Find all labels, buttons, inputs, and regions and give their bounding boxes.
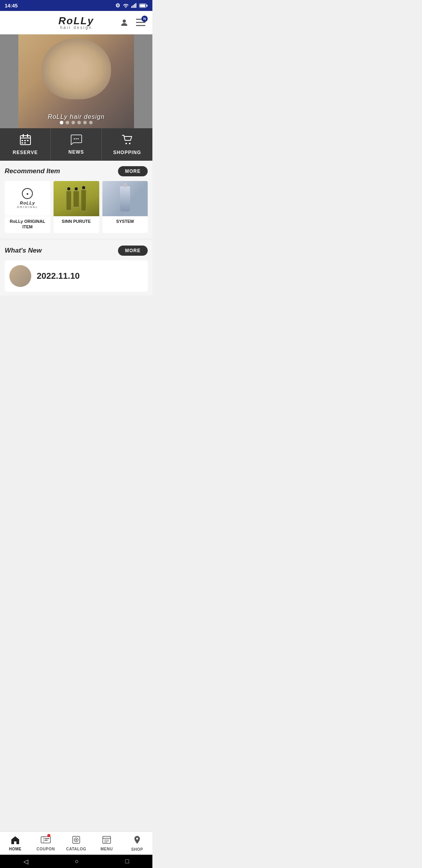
status-icons: ⚙: [115, 2, 148, 9]
settings-icon: ⚙: [115, 2, 120, 9]
news-date: 2022.11.10: [37, 271, 80, 281]
shopping-label: SHOPPING: [113, 150, 141, 155]
product-image-sinn: [54, 181, 99, 216]
svg-point-24: [129, 143, 131, 144]
product-image-system: [102, 181, 148, 216]
svg-point-20: [73, 138, 75, 140]
dot-4[interactable]: [77, 121, 81, 124]
brand-logo: RoLLy hair design: [59, 16, 94, 30]
dot-5[interactable]: [83, 121, 87, 124]
recommend-title: Recommend Item: [5, 167, 60, 175]
hero-brand-text: RoLLy hair design: [48, 113, 105, 120]
nav-reserve[interactable]: RESERVE: [0, 128, 51, 161]
header: RoLLy hair design N: [0, 11, 152, 34]
notification-badge: N: [141, 16, 148, 22]
status-bar: 14:45 ⚙: [0, 0, 152, 11]
svg-rect-14: [27, 134, 28, 137]
svg-point-21: [75, 138, 77, 140]
news-icon: [70, 134, 82, 147]
product-label-rolly: RoLLy ORIGINAL ITEM: [5, 216, 50, 233]
wifi-icon: [123, 3, 129, 8]
svg-rect-2: [134, 4, 135, 8]
recommend-header: Recommend Item MORE: [5, 166, 148, 176]
hero-image: RoLLy hair design: [18, 34, 134, 128]
dot-6[interactable]: [89, 121, 93, 124]
svg-rect-10: [136, 25, 145, 26]
product-label-system: SYSTEM: [102, 216, 148, 227]
svg-rect-18: [21, 142, 23, 143]
svg-rect-1: [133, 5, 134, 8]
hero-slider[interactable]: RoLLy hair design: [0, 34, 152, 128]
svg-rect-15: [21, 140, 23, 141]
svg-point-7: [123, 20, 126, 23]
system-tube-shape: [120, 186, 130, 212]
product-grid: RoLLy ORIGINAL RoLLy ORIGINAL ITEM: [5, 181, 148, 235]
status-time: 14:45: [5, 3, 18, 9]
svg-point-23: [125, 143, 127, 144]
product-image-rolly: RoLLy ORIGINAL: [5, 181, 50, 216]
dot-3[interactable]: [72, 121, 75, 124]
news-card[interactable]: 2022.11.10: [5, 260, 148, 292]
menu-button[interactable]: N: [135, 17, 146, 28]
battery-icon: [139, 4, 148, 8]
svg-rect-5: [140, 4, 145, 7]
svg-rect-16: [24, 140, 26, 141]
dot-1[interactable]: [60, 121, 63, 124]
header-actions: N: [119, 17, 146, 28]
svg-rect-19: [24, 142, 26, 143]
svg-rect-13: [23, 134, 24, 137]
profile-button[interactable]: [119, 17, 130, 28]
slider-dots: [60, 121, 93, 124]
whats-new-title: What's New: [5, 247, 42, 255]
svg-point-22: [77, 138, 79, 140]
recommend-section: Recommend Item MORE RoLLy ORIGINAL RoLLy…: [0, 161, 152, 239]
logo-sub-text: hair design: [60, 26, 92, 30]
whats-new-more-button[interactable]: MORE: [118, 246, 148, 256]
product-card-sinn[interactable]: SINN PURUTE: [54, 181, 99, 233]
rolly-product-logo: RoLLy ORIGINAL: [17, 188, 38, 209]
svg-rect-3: [136, 3, 137, 8]
product-label-sinn: SINN PURUTE: [54, 216, 99, 227]
reserve-icon: [20, 134, 31, 147]
dot-2[interactable]: [66, 121, 69, 124]
signal-icon: [131, 3, 137, 8]
svg-rect-0: [131, 6, 132, 8]
recommend-more-button[interactable]: MORE: [118, 166, 148, 176]
whats-new-header: What's New MORE: [5, 246, 148, 256]
svg-rect-9: [136, 22, 145, 23]
nav-news[interactable]: NEWS: [51, 128, 102, 161]
news-avatar: [9, 265, 31, 287]
product-card-system[interactable]: SYSTEM: [102, 181, 148, 233]
whats-new-section: What's New MORE 2022.11.10: [0, 240, 152, 296]
svg-rect-17: [27, 140, 29, 141]
svg-rect-6: [147, 5, 148, 7]
shopping-icon: [121, 134, 133, 147]
logo-rolly-text: RoLLy: [59, 16, 94, 26]
nav-row: RESERVE NEWS SHOPPING: [0, 128, 152, 161]
news-label: NEWS: [68, 149, 84, 155]
product-card-rolly[interactable]: RoLLy ORIGINAL RoLLy ORIGINAL ITEM: [5, 181, 50, 233]
reserve-label: RESERVE: [13, 150, 38, 155]
nav-shopping[interactable]: SHOPPING: [102, 128, 152, 161]
